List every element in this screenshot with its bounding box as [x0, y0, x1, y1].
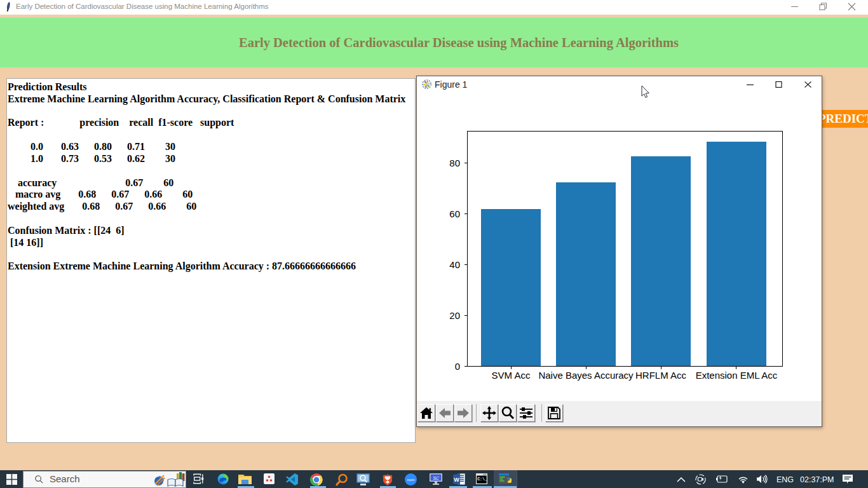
svg-text:SC: SC: [433, 476, 440, 480]
svg-text:C:\_: C:\_: [477, 477, 487, 482]
svg-text:zoom: zoom: [407, 478, 414, 482]
svg-text:W: W: [454, 477, 459, 483]
